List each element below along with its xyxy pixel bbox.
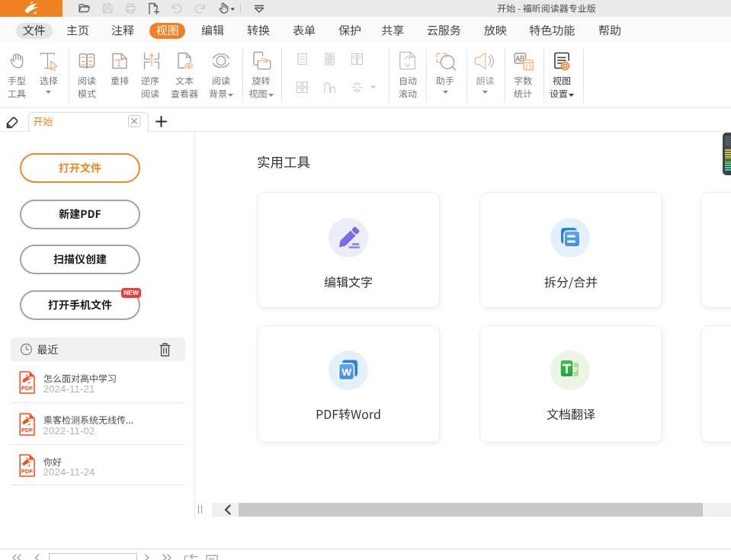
svg-text:W: W <box>341 366 351 378</box>
svg-text:PDF: PDF <box>21 385 34 392</box>
svg-text:PDF: PDF <box>21 468 34 475</box>
svg-text:PDF: PDF <box>21 427 34 434</box>
